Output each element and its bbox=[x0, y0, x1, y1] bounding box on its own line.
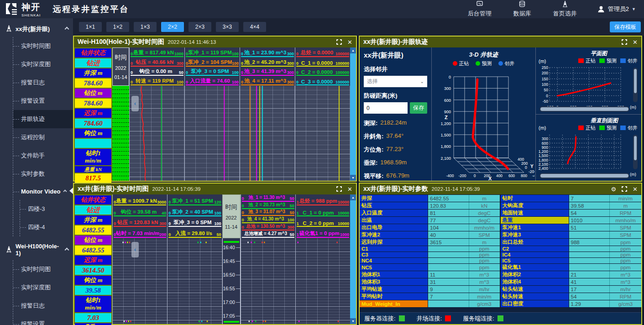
scroll-down-arrow[interactable]: ▼ bbox=[350, 175, 356, 181]
status-indicator bbox=[445, 315, 451, 321]
info-label: 垂深: bbox=[364, 159, 377, 167]
sidebar-item-报警设置[interactable]: 报警设置 bbox=[13, 315, 73, 325]
sidebar-item-报警日志[interactable]: 报警日志 bbox=[13, 73, 73, 92]
vertical-scrollbar[interactable] bbox=[633, 135, 638, 169]
sidebar-item-实时深度图[interactable]: 实时深度图 bbox=[13, 278, 73, 297]
layout-button-3×3[interactable]: 3×3 bbox=[216, 22, 239, 32]
param-value: 1.29 bbox=[569, 300, 610, 307]
curve-label-value: 总烃 = 988 ppm bbox=[299, 198, 338, 204]
time-column: 时间202201-14 bbox=[112, 47, 129, 181]
nav-item-database[interactable]: 数据库 bbox=[513, 0, 531, 18]
curve-label-value: 钻时 = 7.03 min/m bbox=[116, 230, 159, 237]
horizontal-scrollbar[interactable] bbox=[539, 173, 629, 178]
layout-button-2×2[interactable]: 2×2 bbox=[161, 22, 184, 32]
sidebar-item-井眼轨迹[interactable]: 井眼轨迹 bbox=[13, 110, 73, 128]
nav-item-derrick[interactable]: 首页选井 bbox=[553, 0, 577, 18]
nav-item-backstage-monitor[interactable]: 后台管理 bbox=[468, 0, 492, 18]
param-value: 7 bbox=[428, 293, 469, 300]
gauge-value: 784.60 bbox=[75, 79, 111, 88]
gauge-label: 钻时1min/m bbox=[75, 296, 111, 312]
sidebar-item-实时时间图[interactable]: 实时时间图 bbox=[13, 37, 73, 55]
event-bar bbox=[224, 321, 239, 323]
scroll-down-arrow[interactable]: ▼ bbox=[350, 318, 356, 324]
gear-icon[interactable]: ⚙ bbox=[611, 186, 616, 192]
sidebar-item-Monitor Video[interactable]: Monitor Video bbox=[13, 183, 73, 200]
close-icon[interactable]: ✕ bbox=[347, 186, 352, 192]
trajectory-info: xx井(新井眼) 选择邻井 选择 ⌄ 防碰距离(米) 保存 测深:2182.24… bbox=[360, 47, 432, 181]
curve-max: 100 bbox=[232, 61, 239, 66]
time-tick-label: 16:55 bbox=[223, 286, 235, 291]
curve-max: 1000 bbox=[174, 52, 183, 56]
scroll-up-arrow[interactable]: ▲ bbox=[350, 47, 356, 53]
vertical-scrollbar[interactable] bbox=[633, 68, 638, 102]
param-label: 出口电导 bbox=[360, 224, 428, 231]
param-value: 9 bbox=[428, 286, 469, 293]
sidebar-item-报警日志[interactable]: 报警日志 bbox=[13, 297, 73, 315]
expand-icon[interactable] bbox=[336, 39, 342, 45]
trajectory-info-row: 测深:2182.24m bbox=[364, 119, 427, 127]
layout-button-1×2[interactable]: 1×2 bbox=[106, 22, 129, 32]
chevron-up-icon bbox=[63, 190, 67, 194]
curve-label-value: 泵冲_2 = 40 SPM bbox=[171, 209, 214, 215]
user-menu[interactable]: 管理员2 ▼ bbox=[597, 5, 636, 13]
param-value bbox=[569, 264, 610, 271]
curve-row: 0C_3 = 0.0000100000 bbox=[296, 76, 349, 85]
collapse-tab[interactable]: ‹ bbox=[131, 242, 139, 257]
status-item: 服务端连接: bbox=[463, 315, 503, 323]
sidebar-item-实时深度图[interactable]: 实时深度图 bbox=[13, 55, 73, 73]
sidebar-item-四楼-4[interactable]: 四楼-4 bbox=[20, 218, 73, 236]
close-icon[interactable]: ✕ bbox=[633, 186, 638, 192]
sidebar-item-文件助手[interactable]: 文件助手 bbox=[13, 147, 73, 165]
legend: 正钻预测邻井 bbox=[578, 58, 638, 64]
horizontal-scrollbar[interactable] bbox=[539, 106, 629, 112]
info-value: 2182.24m bbox=[380, 119, 407, 127]
close-icon[interactable]: ✕ bbox=[633, 39, 638, 45]
param-value bbox=[428, 300, 469, 307]
save-distance-button[interactable]: 保存 bbox=[410, 102, 427, 114]
legend-swatch bbox=[620, 58, 626, 63]
sidebar-item-实时时间图[interactable]: 实时时间图 bbox=[13, 260, 73, 278]
sidebar-item-实时参数[interactable]: 实时参数 bbox=[13, 165, 73, 183]
legend-swatch bbox=[476, 61, 480, 66]
layout-button-1×3[interactable]: 1×3 bbox=[134, 22, 157, 32]
curve-max: 200 bbox=[159, 232, 166, 237]
expand-icon[interactable] bbox=[336, 186, 342, 192]
param-unit: m bbox=[469, 195, 501, 202]
legend-item: 预测 bbox=[599, 58, 617, 64]
anticollision-distance-input[interactable] bbox=[364, 102, 408, 114]
layout-button-1×1[interactable]: 1×1 bbox=[79, 22, 102, 32]
sidebar-item-远程控制[interactable]: 远程控制 bbox=[13, 128, 73, 147]
time-header-date: 01-14 bbox=[114, 74, 127, 80]
save-template-button[interactable]: 保存模板 bbox=[610, 21, 641, 32]
svg-text:200: 200 bbox=[542, 71, 548, 75]
panel-scrollbar[interactable]: ▲▼ bbox=[350, 47, 356, 181]
sidebar-item-报警设置[interactable]: 报警设置 bbox=[13, 92, 73, 110]
curve-row: 1硫化氢1 = 0 ppm1000 bbox=[297, 227, 349, 238]
gauge-label: 迟深 m bbox=[75, 256, 111, 265]
layout-button-2×3[interactable]: 2×3 bbox=[188, 22, 211, 32]
param-value: 6482.55 bbox=[428, 195, 469, 202]
expand-icon[interactable] bbox=[622, 39, 627, 45]
collapse-tab[interactable]: ‹ bbox=[131, 96, 139, 111]
param-unit: SPM bbox=[610, 231, 641, 238]
track-grid bbox=[296, 238, 350, 324]
panel-scrollbar[interactable]: ▲▼ bbox=[350, 194, 356, 324]
brand-name-cn: 神开 bbox=[21, 1, 41, 13]
svg-text:250: 250 bbox=[542, 65, 548, 70]
sidebar-group-0[interactable]: xx井(新井眼) bbox=[0, 18, 73, 37]
y-unit-label: (m) bbox=[539, 125, 546, 131]
param-value: 77 bbox=[428, 217, 469, 224]
sidebar-subtree: 四楼-3四楼-4 bbox=[20, 200, 73, 236]
sidebar-item-四楼-3[interactable]: 四楼-3 bbox=[20, 200, 73, 218]
neighbor-well-select[interactable]: 选择 ⌄ bbox=[364, 76, 427, 87]
sidebar-group-1[interactable]: Wei-H100(Hole-1) bbox=[0, 236, 73, 260]
expand-icon[interactable] bbox=[622, 186, 627, 192]
table-row: 井深6482.55m钻时7min/m bbox=[360, 195, 641, 202]
svg-text:50: 50 bbox=[544, 88, 549, 92]
backstage-monitor-icon bbox=[476, 0, 483, 9]
table-row: 迟到井深3615m出口总烃988ppm bbox=[360, 239, 641, 246]
legend: 正钻预测邻井 bbox=[578, 125, 638, 131]
scroll-up-arrow[interactable]: ▲ bbox=[350, 194, 356, 200]
close-icon[interactable]: ✕ bbox=[347, 39, 352, 45]
layout-button-4×4[interactable]: 4×4 bbox=[243, 22, 266, 32]
